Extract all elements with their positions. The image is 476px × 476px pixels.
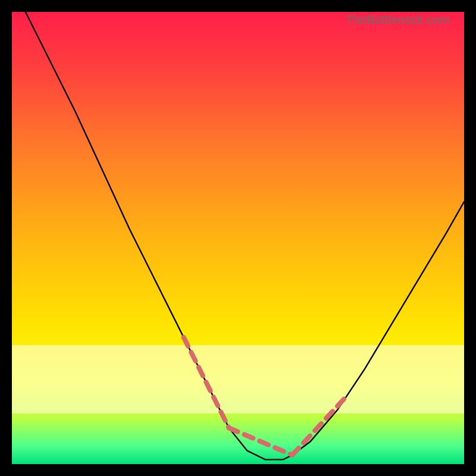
bottleneck-plot [12,12,464,464]
yellow-haze-band [12,345,464,414]
chart-frame: TheBottleneck.com [12,12,464,464]
watermark-text: TheBottleneck.com [346,13,450,27]
